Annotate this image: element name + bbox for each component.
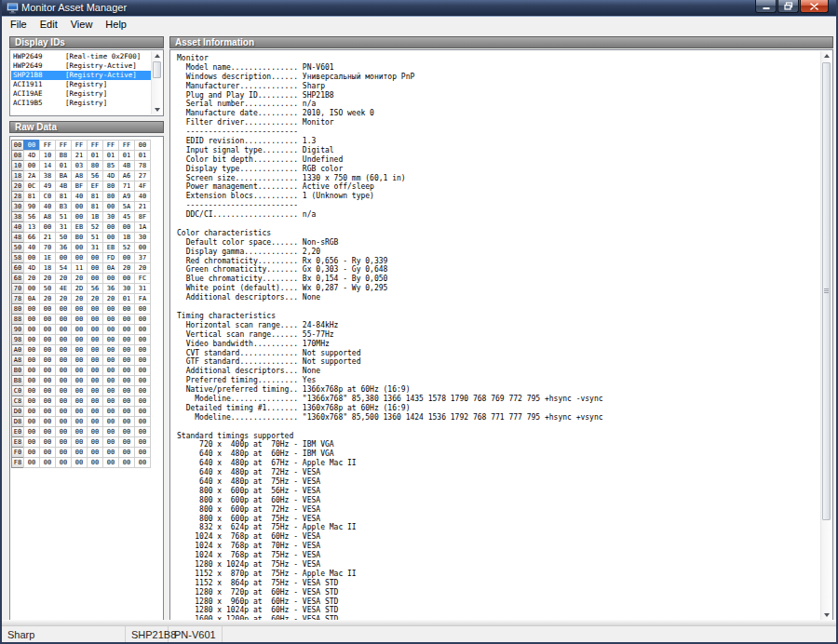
raw-data-panel: 0000FFFFFFFFFFFF00084D10B821010101011000…	[9, 136, 164, 622]
hex-byte-cell[interactable]: 00	[87, 457, 103, 468]
close-icon	[810, 3, 818, 10]
display-id-item[interactable]: HWP2649[Registry-Active]	[11, 61, 151, 71]
scroll-up-icon[interactable]	[821, 51, 831, 60]
title-bar[interactable]: Monitor Asset Manager	[2, 0, 836, 16]
status-manufacturer: Sharp	[2, 626, 126, 643]
hex-offset-cell[interactable]: F8	[11, 457, 24, 468]
asset-info-line: 1280 x 1024p at 60Hz - VESA STD	[177, 606, 603, 615]
asset-info-line: Video bandwidth.......... 170MHz	[177, 340, 603, 349]
hex-byte-cell[interactable]: 00	[134, 457, 151, 468]
display-ids-rows: HWP2649[Real-time 0x2F00] HWP2649[Regist…	[11, 52, 151, 108]
display-id-status: [Registry]	[65, 89, 107, 98]
hex-byte-cell[interactable]: 00	[118, 457, 135, 468]
asset-info-line: 640 x 480p at 75Hz - VESA	[177, 477, 603, 487]
asset-info-line: 800 x 600p at 56Hz - VESA	[177, 487, 603, 496]
minimize-button[interactable]	[755, 0, 777, 13]
app-window: Monitor Asset Manager File Edit	[0, 0, 838, 644]
asset-info-line: Detailed timing #1....... 1360x768p at 6…	[177, 404, 603, 413]
menu-bar: File Edit View Help	[2, 17, 838, 31]
close-button[interactable]	[800, 0, 829, 13]
display-list-scrollbar[interactable]	[151, 51, 162, 114]
menu-item[interactable]: View	[64, 18, 100, 31]
asset-info-line: GTF standard............. Not supported	[177, 357, 603, 367]
hex-byte-cell[interactable]: 00	[23, 457, 40, 468]
asset-info-line: Input signal type........ Digital	[177, 146, 603, 155]
asset-info-line: Serial number............ n/a	[177, 100, 603, 109]
asset-info-line: CVT standard............. Not supported	[177, 349, 603, 358]
window-title: Monitor Asset Manager	[21, 2, 127, 13]
asset-info-line: 1152 x 870p at 75Hz - Apple Mac II	[177, 570, 603, 579]
asset-info-line: Native/preferred timing.. 1366x768p at 6…	[177, 385, 603, 395]
asset-info-line: 800 x 600p at 60Hz - VESA	[177, 496, 603, 505]
display-id-status: [Real-time 0x2F00]	[65, 52, 141, 60]
asset-info-line: Standard timings supported	[177, 432, 603, 441]
hex-byte-cell[interactable]: 00	[71, 457, 88, 468]
asset-info-line: Blue chromaticity........ Bx 0,154 - By …	[177, 275, 603, 284]
display-id-status: [Registry-Active]	[65, 71, 137, 79]
menu-item[interactable]: Edit	[34, 18, 64, 31]
asset-scrollbar[interactable]	[820, 51, 831, 620]
scrollbar-thumb[interactable]	[153, 61, 161, 78]
asset-info-line: 800 x 600p at 72Hz - VESA	[177, 505, 603, 515]
hex-byte-cell[interactable]: 00	[102, 457, 119, 468]
asset-info-line: 1280 x 960p at 60Hz - VESA STD	[177, 597, 603, 607]
display-ids-listbox: HWP2649[Real-time 0x2F00] HWP2649[Regist…	[9, 49, 164, 116]
asset-info-line: 640 x 480p at 72Hz - VESA	[177, 468, 603, 477]
display-id-code: HWP2649	[13, 61, 65, 71]
display-id-status: [Registry]	[65, 99, 107, 107]
raw-data-grid: 0000FFFFFFFFFFFF00084D10B821010101011000…	[11, 140, 151, 468]
asset-info-line	[177, 220, 603, 229]
display-id-item[interactable]: ACI1911[Registry]	[11, 80, 151, 89]
asset-info-line: Modeline............... "1360x768" 85,50…	[177, 413, 603, 423]
asset-info-line: Screen size.............. 1330 x 750 mm …	[177, 174, 603, 183]
raw-data-header: Raw Data	[9, 121, 164, 133]
asset-information-text: Monitor Model name............... PN-V60…	[177, 54, 603, 624]
asset-info-line	[177, 423, 603, 432]
asset-info-line: Color bit depth.......... Undefined	[177, 155, 603, 165]
display-id-item[interactable]: HWP2649[Real-time 0x2F00]	[11, 52, 151, 61]
asset-info-line: Display type............. RGB color	[177, 165, 603, 174]
menu-item[interactable]: Help	[99, 18, 133, 31]
asset-info-line: Modeline............... "1366x768" 85,38…	[177, 395, 603, 404]
asset-info-line: 1024 x 768p at 60Hz - VESA	[177, 532, 603, 542]
caption-buttons	[754, 0, 829, 13]
asset-info-line: Red chromaticity......... Rx 0,656 - Ry …	[177, 257, 603, 266]
asset-info-line: Vertical scan range...... 55-77Hz	[177, 330, 603, 340]
menu-item[interactable]: File	[4, 18, 34, 31]
asset-info-line: Color characteristics	[177, 229, 603, 238]
scroll-down-icon[interactable]	[152, 105, 162, 114]
asset-info-line: Preferred timing......... Yes	[177, 376, 603, 385]
scrollbar-thumb[interactable]	[822, 62, 831, 520]
asset-info-line: Manufacturer............. Sharp	[177, 82, 603, 91]
maximize-button[interactable]	[777, 0, 799, 13]
asset-info-line: Filter driver............ Monitor	[177, 118, 603, 127]
display-id-code: ACI19AE	[13, 89, 65, 99]
asset-info-line: Additional descriptors... None	[177, 293, 603, 302]
hex-byte-cell[interactable]: 00	[55, 457, 72, 468]
display-id-item[interactable]: SHP21B8[Registry-Active]	[11, 71, 151, 80]
asset-info-line: Timing characteristics	[177, 312, 603, 321]
asset-info-line: Extension blocs.......... 1 (Unknown typ…	[177, 192, 603, 201]
hex-byte-cell[interactable]: 00	[39, 457, 56, 468]
asset-info-line: 1152 x 864p at 75Hz - VESA STD	[177, 579, 603, 588]
status-empty-area	[223, 626, 836, 643]
display-id-item[interactable]: ACI19B5[Registry]	[11, 99, 151, 108]
asset-info-line: 640 x 480p at 67Hz - Apple Mac II	[177, 459, 603, 468]
asset-info-line: EDID revision............ 1.3	[177, 137, 603, 146]
asset-info-line: DDC/CI................... n/a	[177, 210, 603, 220]
maximize-icon	[784, 2, 793, 10]
display-id-code: ACI19B5	[13, 99, 65, 108]
asset-info-line: Manufacture date......... 2010, ISO week…	[177, 109, 603, 118]
display-id-item[interactable]: ACI19AE[Registry]	[11, 89, 151, 99]
asset-info-line	[177, 302, 603, 312]
asset-info-line: 832 x 624p at 75Hz - Apple Mac II	[177, 523, 603, 532]
asset-info-line: 1024 x 768p at 70Hz - VESA	[177, 542, 603, 551]
asset-info-line: 1280 x 720p at 60Hz - VESA STD	[177, 588, 603, 597]
asset-info-line: Default color space...... Non-sRGB	[177, 238, 603, 248]
scroll-down-icon[interactable]	[821, 610, 831, 620]
display-ids-header: Display IDs	[9, 36, 164, 48]
asset-info-line: 800 x 600p at 75Hz - VESA	[177, 515, 603, 524]
status-model: PN-V601	[169, 626, 223, 643]
asset-info-line: Plug and Play ID......... SHP21B8	[177, 91, 603, 101]
scroll-up-icon[interactable]	[152, 51, 162, 60]
